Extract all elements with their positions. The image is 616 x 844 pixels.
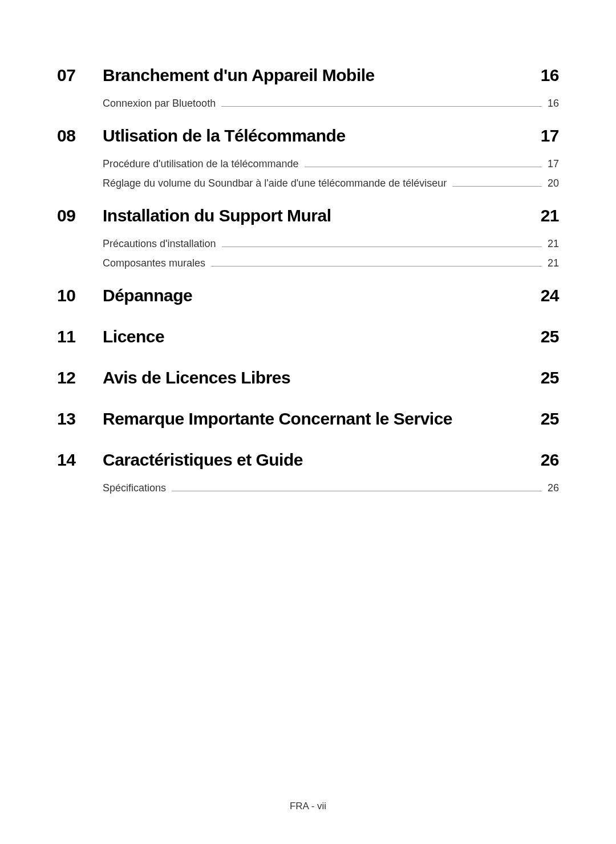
toc-section-title: Avis de Licences Libres [103,368,541,387]
toc-sub-row: Procédure d'utilisation de la télécomman… [103,158,559,171]
toc-section-page: 16 [541,66,559,85]
toc-container: 07Branchement d'un Appareil Mobile16Conn… [0,0,616,495]
toc-leader-line [305,167,542,167]
toc-leader-line [211,266,542,266]
toc-heading-row: 13Remarque Importante Concernant le Serv… [57,409,559,429]
toc-section-number: 12 [57,368,103,387]
toc-section-page: 26 [541,450,559,470]
toc-section-title: Caractéristiques et Guide [103,450,541,470]
toc-section-number: 10 [57,286,103,305]
toc-sub-title: Spécifications [103,482,166,494]
toc-section-page: 17 [541,126,559,146]
toc-leader-line [222,247,542,247]
toc-heading-row: 08Utlisation de la Télécommande17 [57,126,559,146]
toc-sub-row: Réglage du volume du Soundbar à l'aide d… [103,177,559,190]
toc-section-title: Licence [103,327,541,346]
toc-section: 13Remarque Importante Concernant le Serv… [57,409,559,429]
toc-sub-row: Composantes murales21 [103,257,559,270]
toc-section: 10Dépannage24 [57,286,559,305]
toc-section: 12Avis de Licences Libres25 [57,368,559,387]
toc-leader-line [452,186,542,187]
toc-sub-row: Précautions d'installation21 [103,238,559,251]
toc-section-number: 08 [57,126,103,146]
toc-section-page: 21 [541,206,559,225]
toc-sub-page: 16 [548,98,559,110]
toc-section-page: 24 [541,286,559,305]
toc-heading-row: 09Installation du Support Mural21 [57,206,559,225]
toc-sub-page: 21 [548,257,559,269]
toc-sub-page: 20 [548,177,559,189]
toc-section: 09Installation du Support Mural21Précaut… [57,206,559,270]
toc-sub-page: 17 [548,158,559,170]
toc-heading-row: 10Dépannage24 [57,286,559,305]
toc-sub-title: Connexion par Bluetooth [103,98,216,110]
toc-heading-row: 07Branchement d'un Appareil Mobile16 [57,66,559,85]
toc-sub-title: Procédure d'utilisation de la télécomman… [103,158,299,170]
toc-heading-row: 14Caractéristiques et Guide26 [57,450,559,470]
toc-section-title: Dépannage [103,286,541,305]
toc-leader-line [172,491,542,491]
toc-sub-title: Composantes murales [103,257,205,269]
toc-section-title: Remarque Importante Concernant le Servic… [103,409,541,429]
toc-section-number: 07 [57,66,103,85]
toc-sub-page: 26 [548,482,559,494]
page-footer: FRA - vii [0,801,616,812]
toc-leader-line [221,106,542,107]
toc-heading-row: 12Avis de Licences Libres25 [57,368,559,387]
toc-section-title: Installation du Support Mural [103,206,541,225]
toc-section-page: 25 [541,368,559,387]
toc-heading-row: 11Licence25 [57,327,559,346]
toc-section-number: 13 [57,409,103,429]
toc-sub-page: 21 [548,238,559,250]
toc-section-page: 25 [541,327,559,346]
toc-section: 11Licence25 [57,327,559,346]
toc-section-title: Utlisation de la Télécommande [103,126,541,146]
toc-sub-row: Spécifications26 [103,482,559,495]
toc-section-title: Branchement d'un Appareil Mobile [103,66,541,85]
toc-section-number: 09 [57,206,103,225]
toc-section-page: 25 [541,409,559,429]
toc-section-number: 14 [57,450,103,470]
toc-sub-row: Connexion par Bluetooth16 [103,98,559,110]
toc-section: 14Caractéristiques et Guide26Spécificati… [57,450,559,495]
toc-section-number: 11 [57,327,103,346]
toc-sub-title: Précautions d'installation [103,238,216,250]
toc-section: 07Branchement d'un Appareil Mobile16Conn… [57,66,559,110]
toc-section: 08Utlisation de la Télécommande17Procédu… [57,126,559,190]
toc-sub-title: Réglage du volume du Soundbar à l'aide d… [103,177,447,189]
